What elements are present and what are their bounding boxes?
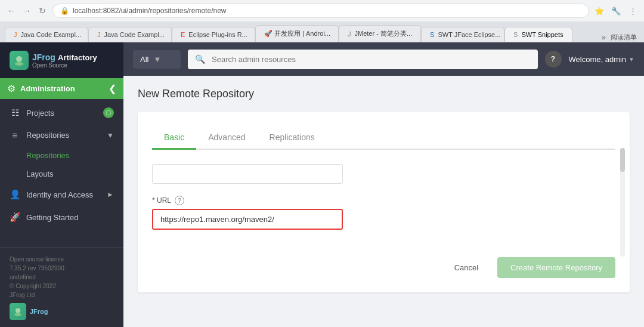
lock-icon: 🔒 bbox=[60, 7, 69, 15]
repo-key-group bbox=[152, 164, 615, 184]
tab-basic[interactable]: Basic bbox=[152, 127, 196, 150]
svg-point-0 bbox=[16, 56, 22, 62]
form-actions: Cancel Create Remote Repository bbox=[152, 248, 615, 278]
jfrog-footer-logo: JFrog bbox=[10, 303, 114, 320]
main-content: New Remote Repository Basic Advanced Rep… bbox=[123, 76, 644, 327]
sidebar-nav: ☷ Projects ≡ Repositories ▼ Repositories… bbox=[0, 99, 123, 247]
create-repository-button[interactable]: Create Remote Repository bbox=[497, 257, 615, 278]
projects-badge bbox=[103, 107, 114, 118]
svg-point-2 bbox=[106, 110, 111, 115]
tab-7[interactable]: S SWT Snippets bbox=[504, 27, 572, 42]
sidebar-item-projects[interactable]: ☷ Projects bbox=[0, 101, 123, 124]
url-text: localhost:8082/ui/admin/repositories/rem… bbox=[73, 7, 226, 15]
scrollbar-track[interactable] bbox=[620, 148, 625, 257]
url-label-text: * URL bbox=[152, 196, 171, 205]
identity-icon: 👤 bbox=[10, 189, 20, 200]
app-container: JFrog Artifactory Open Source ⚙ Administ… bbox=[0, 42, 644, 327]
refresh-button[interactable]: ↻ bbox=[36, 4, 49, 17]
sidebar-item-getting-started[interactable]: 🚀 Getting Started bbox=[0, 206, 123, 229]
jfrog-label: JFrog Artifactory bbox=[32, 52, 97, 62]
svg-point-3 bbox=[16, 308, 20, 313]
url-help-icon[interactable]: ? bbox=[175, 196, 184, 205]
open-source-label: Open Source bbox=[32, 62, 97, 69]
admin-icon: ⚙ bbox=[7, 83, 16, 94]
reading-list-button[interactable]: » bbox=[602, 33, 606, 42]
user-arrow-icon: ▼ bbox=[628, 56, 634, 63]
tab-2[interactable]: J Java Code Exampl... bbox=[88, 27, 172, 42]
check-icon bbox=[106, 110, 112, 116]
collapse-button[interactable]: ❮ bbox=[109, 83, 116, 94]
sidebar-item-repositories[interactable]: ≡ Repositories ▼ bbox=[0, 124, 123, 146]
license-text: Open source license7.35.2 rev 73502900un… bbox=[10, 255, 114, 300]
address-bar[interactable]: 🔒 localhost:8082/ui/admin/repositories/r… bbox=[52, 4, 589, 18]
svg-point-4 bbox=[14, 313, 21, 316]
getting-started-icon: 🚀 bbox=[10, 212, 20, 223]
jfrog-icon-svg bbox=[12, 53, 26, 67]
repositories-icon: ≡ bbox=[10, 130, 20, 140]
profile-button[interactable]: ⭐ bbox=[593, 4, 606, 17]
browser-nav-buttons: ← → ↻ bbox=[5, 4, 49, 17]
repo-key-input[interactable] bbox=[152, 164, 343, 184]
help-button[interactable]: ? bbox=[545, 51, 562, 67]
logo-text: JFrog Artifactory Open Source bbox=[32, 52, 97, 69]
sidebar-item-identity[interactable]: 👤 Identity and Access ► bbox=[0, 183, 123, 206]
browser-actions: ⭐ 🔧 ⋮ bbox=[593, 4, 639, 17]
browser-chrome: ← → ↻ 🔒 localhost:8082/ui/admin/reposito… bbox=[0, 0, 644, 42]
url-input[interactable] bbox=[152, 209, 343, 230]
identity-arrow: ► bbox=[107, 190, 114, 199]
page-title: New Remote Repository bbox=[138, 88, 630, 100]
url-label: * URL ? bbox=[152, 196, 615, 205]
search-bar: 🔍 bbox=[188, 50, 538, 69]
tab-3[interactable]: E Eclipse Plug-ins R... bbox=[172, 27, 255, 42]
search-input[interactable] bbox=[188, 50, 538, 69]
tab-bar: Basic Advanced Replications bbox=[152, 127, 615, 150]
jfrog-logo: JFrog Artifactory Open Source bbox=[10, 51, 97, 70]
scrollbar-thumb bbox=[620, 148, 625, 172]
sidebar-sub-layouts[interactable]: Layouts bbox=[0, 165, 123, 183]
extensions-button[interactable]: 🔧 bbox=[609, 4, 623, 17]
jfrog-footer-label: JFrog bbox=[30, 308, 48, 315]
menu-button[interactable]: ⋮ bbox=[626, 4, 639, 17]
tab-1[interactable]: J Java Code Exampl... bbox=[5, 27, 88, 42]
user-label: Welcome, admin bbox=[569, 55, 627, 64]
app-main-wrapper: New Remote Repository Basic Advanced Rep… bbox=[123, 76, 644, 327]
tab-replications[interactable]: Replications bbox=[258, 127, 327, 150]
sidebar-header: JFrog Artifactory Open Source bbox=[0, 42, 123, 78]
forward-button[interactable]: → bbox=[20, 4, 33, 17]
svg-point-1 bbox=[15, 62, 23, 66]
jfrog-footer-svg bbox=[12, 306, 24, 317]
projects-icon: ☷ bbox=[10, 107, 20, 118]
url-group: * URL ? bbox=[152, 196, 615, 230]
admin-toolbar: ⚙ Administration ❮ bbox=[0, 78, 123, 99]
dropdown-label: All bbox=[140, 55, 148, 64]
content-card: Basic Advanced Replications bbox=[138, 112, 630, 292]
jfrog-footer-icon bbox=[10, 303, 26, 320]
tab-4[interactable]: 🚀 开发应用 | Androi... bbox=[255, 25, 339, 42]
repositories-arrow: ▼ bbox=[107, 131, 114, 140]
app-topbar-wrapper: All ▼ 🔍 ? Welcome, admin ▼ New Remote Re… bbox=[123, 42, 644, 327]
sidebar: JFrog Artifactory Open Source ⚙ Administ… bbox=[0, 42, 123, 327]
sidebar-footer: Open source license7.35.2 rev 73502900un… bbox=[0, 247, 123, 327]
cancel-button[interactable]: Cancel bbox=[445, 258, 488, 277]
user-menu[interactable]: Welcome, admin ▼ bbox=[569, 55, 634, 64]
topbar-actions: ? Welcome, admin ▼ bbox=[545, 51, 634, 67]
sidebar-sub-repositories[interactable]: Repositories bbox=[0, 146, 123, 165]
all-dropdown[interactable]: All ▼ bbox=[133, 50, 181, 69]
logo-icon bbox=[10, 51, 29, 70]
topbar: All ▼ 🔍 ? Welcome, admin ▼ bbox=[123, 42, 644, 76]
search-icon: 🔍 bbox=[195, 54, 205, 64]
tab-6[interactable]: S SWT JFace Eclipse... bbox=[421, 27, 504, 42]
tab-5[interactable]: J JMeter - 简笔分类... bbox=[339, 25, 421, 42]
dropdown-arrow-icon: ▼ bbox=[153, 55, 161, 64]
back-button[interactable]: ← bbox=[5, 4, 18, 17]
tab-advanced[interactable]: Advanced bbox=[196, 127, 257, 150]
reading-mode-button[interactable]: 阅读清单 bbox=[611, 33, 637, 42]
browser-tabs: J Java Code Exampl... J Java Code Exampl… bbox=[0, 21, 644, 42]
